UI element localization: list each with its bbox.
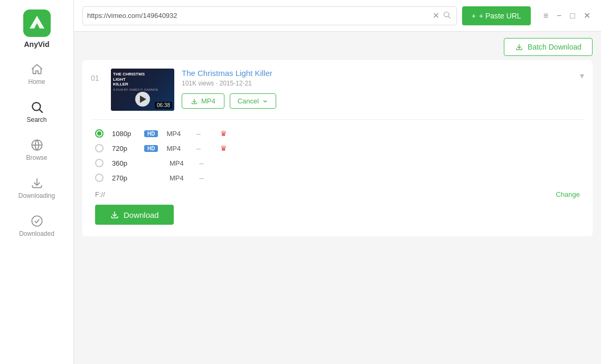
video-info: 101K views · 2015-12-21 xyxy=(182,80,572,87)
maximize-button[interactable]: □ xyxy=(568,10,577,22)
video-title: The Christmas Light Killer xyxy=(182,69,572,78)
video-date: 2015-12-21 xyxy=(219,80,251,87)
cancel-button[interactable]: Cancel xyxy=(230,93,276,109)
url-input[interactable] xyxy=(87,12,430,20)
video-duration: 06:38 xyxy=(155,102,172,109)
hd-badge-1080p: HD xyxy=(144,130,158,137)
video-expand-icon[interactable]: ▾ xyxy=(580,69,584,81)
sidebar: AnyVid Home Search Browse D xyxy=(0,0,74,364)
format-table: 1080p HD MP4 -- ♛ 720p HD MP4 -- ♛ xyxy=(91,119,584,185)
radio-270p[interactable] xyxy=(95,174,104,182)
close-button[interactable]: ✕ xyxy=(581,9,593,22)
app-name: AnyVid xyxy=(24,40,50,49)
batch-area: Batch Download xyxy=(74,32,601,60)
res-720p: 720p xyxy=(112,145,136,152)
url-clear-button[interactable]: ✕ xyxy=(430,12,442,20)
sidebar-item-home[interactable]: Home xyxy=(0,55,73,93)
svg-line-9 xyxy=(448,16,450,18)
downloading-icon xyxy=(30,176,44,190)
video-number: 01 xyxy=(91,74,104,82)
radio-720p[interactable] xyxy=(95,144,104,152)
format-row-720p: 720p HD MP4 -- ♛ xyxy=(91,141,584,156)
mp4-button-label: MP4 xyxy=(201,97,215,105)
sidebar-item-search[interactable]: Search xyxy=(0,93,73,131)
format-type-1080p: MP4 xyxy=(166,130,187,138)
downloaded-icon xyxy=(30,214,44,228)
video-meta: The Christmas Light Killer 101K views · … xyxy=(182,69,572,109)
format-size-1080p: -- xyxy=(196,130,212,138)
home-icon xyxy=(30,62,44,76)
url-input-wrap: ✕ xyxy=(82,6,457,25)
format-type-360p: MP4 xyxy=(170,159,191,167)
svg-point-8 xyxy=(444,12,448,16)
format-size-270p: -- xyxy=(199,174,215,182)
play-button-overlay[interactable] xyxy=(135,92,150,107)
paste-url-button[interactable]: + + Paste URL xyxy=(462,6,531,25)
svg-line-4 xyxy=(39,110,42,113)
video-actions: MP4 Cancel xyxy=(182,93,572,109)
download-path-text: F:// xyxy=(95,190,105,198)
res-360p: 360p xyxy=(112,159,136,167)
batch-download-label: Batch Download xyxy=(528,43,581,51)
video-header: 01 THE CHRISTMS LIGHT KILLER A FILM BY J… xyxy=(91,69,584,111)
paste-url-label: + Paste URL xyxy=(479,12,521,20)
video-views: 101K views xyxy=(182,80,214,87)
format-row-1080p: 1080p HD MP4 -- ♛ xyxy=(91,126,584,141)
logo-area: AnyVid xyxy=(0,0,73,55)
res-270p: 270p xyxy=(112,174,136,182)
cancel-chevron-icon xyxy=(262,98,268,104)
browse-icon xyxy=(30,138,44,152)
download-path-row: F:// Change xyxy=(91,185,584,202)
window-controls: ≡ − □ ✕ xyxy=(541,9,593,22)
sidebar-item-downloaded-label: Downloaded xyxy=(19,230,54,237)
sidebar-item-downloading[interactable]: Downloading xyxy=(0,169,73,207)
sidebar-item-downloading-label: Downloading xyxy=(18,192,55,199)
format-size-360p: -- xyxy=(199,159,215,167)
mp4-download-icon xyxy=(191,98,198,105)
search-icon xyxy=(30,100,44,114)
sidebar-item-downloaded[interactable]: Downloaded xyxy=(0,207,73,245)
hd-badge-720p: HD xyxy=(144,145,158,152)
format-row-360p: 360p MP4 -- xyxy=(91,156,584,170)
mp4-button[interactable]: MP4 xyxy=(182,93,224,109)
radio-1080p[interactable] xyxy=(95,129,104,138)
radio-360p[interactable] xyxy=(95,159,104,167)
download-button-icon xyxy=(110,210,119,219)
download-button[interactable]: Download xyxy=(95,205,174,225)
video-card: 01 THE CHRISTMS LIGHT KILLER A FILM BY J… xyxy=(82,60,593,236)
main-content: ✕ + + Paste URL ≡ − □ ✕ xyxy=(74,0,601,364)
sidebar-item-search-label: Search xyxy=(26,116,46,123)
svg-point-3 xyxy=(32,102,40,110)
content-area: 01 THE CHRISTMS LIGHT KILLER A FILM BY J… xyxy=(74,60,601,364)
svg-point-7 xyxy=(32,216,42,226)
res-1080p: 1080p xyxy=(112,130,136,138)
cancel-button-label: Cancel xyxy=(238,97,259,105)
sidebar-item-home-label: Home xyxy=(28,78,45,85)
batch-download-button[interactable]: Batch Download xyxy=(504,38,593,56)
premium-icon-1080p: ♛ xyxy=(220,129,227,138)
format-size-720p: -- xyxy=(196,145,212,152)
url-search-icon xyxy=(442,11,452,21)
app-logo-icon xyxy=(23,9,51,37)
premium-icon-720p: ♛ xyxy=(220,144,227,152)
paste-url-plus: + xyxy=(472,12,476,20)
sidebar-item-browse[interactable]: Browse xyxy=(0,131,73,169)
format-row-270p: 270p MP4 -- xyxy=(91,170,584,185)
video-title-text: The Christmas Light Killer xyxy=(182,69,273,78)
format-type-270p: MP4 xyxy=(170,174,191,182)
minimize-button[interactable]: − xyxy=(555,10,564,22)
format-type-720p: MP4 xyxy=(166,145,187,152)
menu-button[interactable]: ≡ xyxy=(541,10,550,22)
sidebar-item-browse-label: Browse xyxy=(26,154,47,161)
download-button-label: Download xyxy=(124,210,159,219)
batch-download-icon xyxy=(515,43,523,51)
change-path-link[interactable]: Change xyxy=(556,190,580,198)
video-thumbnail[interactable]: THE CHRISTMS LIGHT KILLER A FILM BY JAME… xyxy=(111,69,174,111)
topbar: ✕ + + Paste URL ≡ − □ ✕ xyxy=(74,0,601,32)
